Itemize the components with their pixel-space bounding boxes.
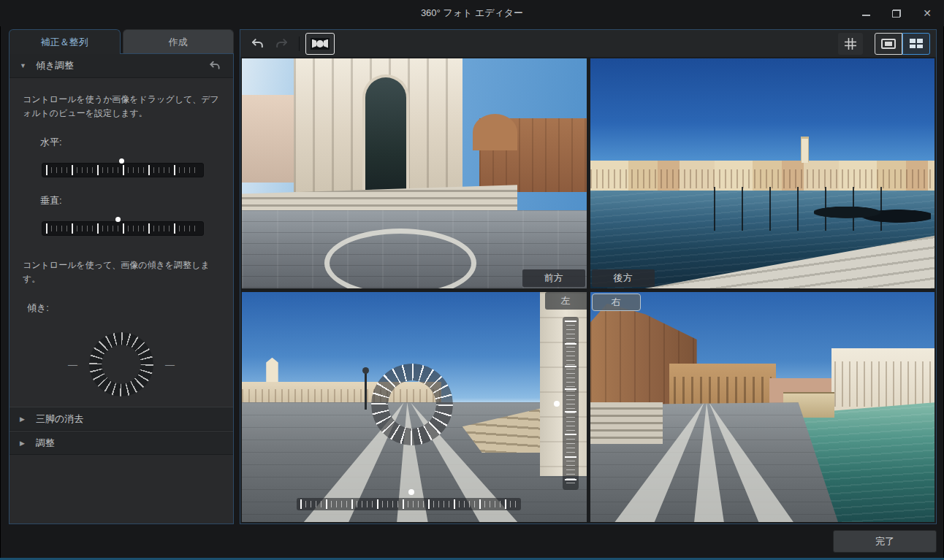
horizontal-label: 水平: xyxy=(40,136,220,149)
toolbar xyxy=(240,30,936,57)
view-grid: 前方 後方 xyxy=(240,57,936,523)
dial-right-dash: — xyxy=(165,359,175,370)
view-vertical-ruler[interactable] xyxy=(563,317,579,490)
horizontal-ruler-handle[interactable] xyxy=(408,489,414,495)
view-horizontal-ruler[interactable] xyxy=(297,498,520,510)
main-panel: 前方 後方 xyxy=(240,29,937,524)
toolbar-separator xyxy=(299,37,300,51)
tab-create[interactable]: 作成 xyxy=(123,29,235,54)
tilt-dial[interactable] xyxy=(89,332,153,396)
close-icon: ✕ xyxy=(923,8,932,18)
undo-icon xyxy=(251,37,265,51)
view-left[interactable]: 左 xyxy=(242,292,587,522)
redo-button[interactable] xyxy=(270,34,293,54)
window-title: 360° フォト エディター xyxy=(421,7,523,20)
minimize-icon xyxy=(862,15,870,16)
front-church-door-layer xyxy=(362,74,409,190)
horizontal-slider-track[interactable] xyxy=(42,163,204,177)
done-button-label: 完了 xyxy=(875,535,894,548)
tab-correct-align-label: 補正＆整列 xyxy=(41,36,88,49)
tab-correct-align[interactable]: 補正＆整列 xyxy=(9,29,121,54)
single-view-icon xyxy=(881,39,896,49)
panorama-view-button[interactable] xyxy=(305,33,335,55)
view-right[interactable]: 右 xyxy=(590,292,935,522)
footer-bar: 完了 xyxy=(0,524,944,558)
quad-view-icon xyxy=(910,39,923,48)
back-campanile-layer xyxy=(802,139,807,163)
chevron-right-icon: ▶ xyxy=(20,440,27,447)
reset-icon xyxy=(208,59,221,72)
view-front[interactable]: 前方 xyxy=(242,58,587,288)
chevron-right-icon: ▶ xyxy=(20,415,27,423)
restore-icon xyxy=(892,9,901,18)
horizontal-slider-handle[interactable] xyxy=(119,158,124,164)
view-label-back: 後方 xyxy=(592,269,655,287)
done-button[interactable]: 完了 xyxy=(833,530,937,553)
tilt-dial-row: — — xyxy=(23,332,220,396)
title-bar: 360° フォト エディター ✕ xyxy=(0,0,944,26)
left-lamp-post-layer xyxy=(365,370,367,410)
close-button[interactable]: ✕ xyxy=(921,7,934,20)
dial-left-dash: — xyxy=(68,359,77,370)
section-header-adjustment[interactable]: ▶ 調整 xyxy=(9,431,233,455)
window-controls: ✕ xyxy=(859,0,934,26)
front-left-building-layer xyxy=(242,95,300,183)
view-description-text: コントロールを使うか画像をドラッグして、デフォルトのビューを設定します。 xyxy=(23,93,220,120)
grid-overlay-icon xyxy=(844,37,857,50)
vertical-slider[interactable] xyxy=(42,216,204,237)
section-title-tilt-adjust: 傾き調整 xyxy=(36,59,74,72)
restore-button[interactable] xyxy=(890,7,903,20)
view-label-left: 左 xyxy=(545,292,587,310)
front-pavement-circle-layer xyxy=(324,229,476,288)
view-label-right: 右 xyxy=(592,294,641,311)
section-title-tripod-removal: 三脚の消去 xyxy=(36,413,83,426)
view-back[interactable]: 後方 xyxy=(590,58,935,288)
chevron-down-icon: ▼ xyxy=(20,62,27,69)
vertical-label: 垂直: xyxy=(40,194,220,207)
sidebar-panel: ▼ 傾き調整 コントロールを使うか画像をドラッグして、デフォルトのビューを設定し… xyxy=(9,53,234,524)
sidebar: 補正＆整列 作成 ▼ 傾き調整 コントロールを使うか画像をドラッグして、デフォル… xyxy=(9,29,234,524)
minimize-button[interactable] xyxy=(859,7,872,20)
tilt-section-body: コントロールを使うか画像をドラッグして、デフォルトのビューを設定します。 水平:… xyxy=(9,78,233,407)
right-steps-layer xyxy=(590,402,663,444)
section-header-tilt-adjust[interactable]: ▼ 傾き調整 xyxy=(9,54,233,78)
back-gondolas-layer xyxy=(814,201,931,226)
section-header-tripod-removal[interactable]: ▶ 三脚の消去 xyxy=(9,407,233,431)
undo-button[interactable] xyxy=(246,34,270,54)
vertical-slider-track[interactable] xyxy=(42,221,204,236)
section-title-adjustment: 調整 xyxy=(36,437,55,450)
panorama-strip-icon xyxy=(311,38,330,50)
reset-tilt-button[interactable] xyxy=(207,58,223,74)
grid-overlay-button[interactable] xyxy=(838,33,863,55)
tab-create-label: 作成 xyxy=(169,36,188,49)
quad-view-button[interactable] xyxy=(902,33,930,55)
vertical-ruler-handle[interactable] xyxy=(554,401,560,407)
view-label-front: 前方 xyxy=(522,269,585,287)
sidebar-empty-area xyxy=(9,455,233,523)
tilt-description-text: コントロールを使って、画像の傾きを調整します。 xyxy=(23,258,220,285)
horizontal-slider[interactable] xyxy=(42,158,204,178)
front-apse-layer xyxy=(473,114,517,150)
view-rotation-dial[interactable] xyxy=(371,364,453,445)
tilt-label: 傾き: xyxy=(27,302,220,315)
sidebar-tabs: 補正＆整列 作成 xyxy=(9,29,234,54)
single-view-button[interactable] xyxy=(875,33,902,55)
redo-icon xyxy=(274,37,289,51)
